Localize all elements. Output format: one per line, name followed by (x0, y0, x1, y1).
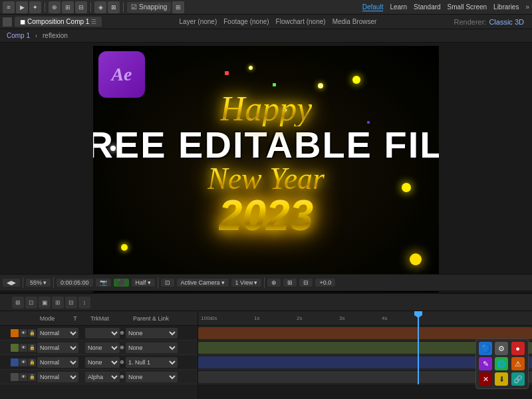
layer-2-parent-select[interactable]: None (126, 342, 178, 353)
zoom-level[interactable]: 55% ▾ (26, 279, 51, 287)
layer-3-mode-select[interactable]: Normal (37, 357, 78, 368)
workspace-tab-default[interactable]: Default (362, 3, 384, 11)
grid-btn[interactable]: ⊟ (299, 279, 313, 287)
offset-display: +0.0 (315, 279, 335, 287)
menu-icon-4[interactable]: ⊕ (49, 1, 61, 13)
media-browser-label[interactable]: Media Browser (332, 18, 377, 25)
layer-2-color-swatch (11, 344, 19, 352)
layer-1-parent-select[interactable]: None (126, 328, 178, 338)
view-tab-comp1[interactable]: Comp 1 (4, 32, 33, 39)
workspace-tab-standard[interactable]: Standard (414, 3, 441, 11)
playback-controls[interactable]: ◀▶ (3, 279, 20, 287)
view-count-btn[interactable]: 1 View ▾ (231, 279, 262, 287)
layer-4-mode-select[interactable]: Normal (37, 372, 78, 382)
timecode-display[interactable]: 0:00:05:00 (57, 279, 93, 287)
frame-offset-btn[interactable]: ⊕ (267, 279, 281, 287)
layer-3-trkmat-select[interactable]: None (85, 357, 120, 368)
ae-logo: Ae (98, 51, 145, 98)
layer-2-trkmat-select[interactable]: None (85, 342, 120, 353)
fi-record-icon[interactable]: ● (511, 342, 525, 355)
fi-settings-icon[interactable]: ⚙ (495, 342, 508, 355)
layer-row-2[interactable]: 👁 🔒 Normal None ⊕ None (0, 340, 198, 355)
display-toggle[interactable]: ⊡ (161, 279, 174, 287)
confetti-2 (273, 83, 276, 86)
menu-icon-5[interactable]: ⊞ (62, 1, 74, 13)
offset-value: +0.0 (319, 279, 331, 286)
layer-none-label[interactable]: Layer (none) (180, 18, 217, 25)
flowchart-none-label[interactable]: Flowchart (none) (276, 18, 326, 25)
layer-header-mode[interactable]: Mode (24, 315, 70, 322)
sparkle-1 (318, 83, 323, 88)
layer-3-parent-link-icon: ⊕ (120, 359, 124, 365)
comp-tab-icon: ◼ (20, 18, 25, 25)
workspace-overflow[interactable]: » (525, 3, 529, 11)
layer-3-lock-icon[interactable]: 🔒 (28, 358, 36, 366)
layer-header-trkmat[interactable]: TrkMat (80, 315, 120, 322)
layer-count-btn[interactable]: ⊞ (283, 279, 297, 287)
layer-1-eye-icon[interactable]: 👁 (19, 329, 27, 337)
fi-close-icon[interactable]: ✕ (479, 372, 492, 386)
layer-4-trkmat-select[interactable]: Alpha (85, 372, 120, 382)
layer-row-3[interactable]: 👁 🔒 Normal None ⊕ 1. Null 1 (0, 355, 198, 370)
renderer-info: Renderer: Classic 3D (454, 18, 529, 26)
layer-row-1[interactable]: 👁 🔒 Normal ⊕ None (0, 326, 198, 340)
tl-icon-collapse[interactable]: ↕ (78, 297, 90, 309)
tl-icon-preview[interactable]: ⊟ (65, 297, 77, 309)
layer-header-parent[interactable]: Parent & Link (121, 315, 181, 322)
menu-icon-2[interactable]: ▶ (16, 1, 28, 13)
fi-link-icon[interactable]: 🔗 (511, 372, 525, 386)
layer-1-lock-icon[interactable]: 🔒 (28, 329, 36, 337)
tl-icon-draft[interactable]: ▣ (39, 297, 51, 309)
menu-icon-8[interactable]: ⊠ (108, 1, 120, 13)
layer-1-mode-select[interactable]: Normal (37, 328, 78, 338)
layer-3-parent-select[interactable]: 1. Null 1 (126, 357, 178, 368)
layer-panel: Mode T TrkMat Parent & Link 👁 🔒 Normal (0, 311, 198, 399)
workspace-tabs: Default Learn Standard Small Screen Libr… (362, 3, 529, 11)
workspace-tab-learn[interactable]: Learn (390, 3, 407, 11)
color-btn[interactable]: ⬛ (114, 279, 129, 287)
tab-composition-comp1[interactable]: ◼ Composition Comp 1 ☰ (15, 17, 102, 27)
workspace-tab-small-screen[interactable]: Small Screen (448, 3, 487, 11)
tl-icon-cache[interactable]: ⊞ (52, 297, 64, 309)
time-mark-0s: 0s (211, 315, 217, 321)
fi-pen-icon[interactable]: ✎ (479, 357, 492, 370)
layer-2-mode-select[interactable]: Normal (37, 342, 78, 353)
renderer-value[interactable]: Classic 3D (489, 18, 524, 26)
layer-4-eye-icon[interactable]: 👁 (19, 373, 27, 381)
snapping-button[interactable]: ☑ Snapping (127, 2, 171, 13)
camera-view-btn[interactable]: Active Camera ▾ (177, 279, 229, 287)
time-mark-100s: 100s (201, 315, 212, 321)
menu-icon-7[interactable]: ◈ (94, 1, 106, 13)
fi-globe-icon[interactable]: 🌐 (495, 357, 508, 370)
fi-warning-icon[interactable]: ⚠ (511, 357, 525, 370)
view-tab-chevron: › (35, 33, 37, 39)
layer-4-lock-icon[interactable]: 🔒 (28, 373, 36, 381)
layer-row-1-icons: 👁 🔒 (11, 329, 36, 337)
menu-icon-6[interactable]: ⊟ (75, 1, 87, 13)
layer-2-eye-icon[interactable]: 👁 (19, 344, 27, 352)
layer-header-t[interactable]: T (72, 315, 78, 322)
layer-4-parent-select[interactable]: None (126, 372, 178, 382)
comp-content: Happy FREE EDITABLE FILE New Year 2023 (93, 46, 439, 295)
footage-none-label[interactable]: Footage (none) (223, 18, 269, 25)
menu-icon-1[interactable]: ≡ (3, 1, 15, 13)
comp-tab-menu[interactable]: ☰ (91, 19, 96, 25)
menu-icon-9[interactable]: ⊞ (172, 1, 184, 13)
layer-3-eye-icon[interactable]: 👁 (19, 358, 27, 366)
resolution-btn[interactable]: Half ▾ (132, 279, 155, 287)
camera-icon-btn[interactable]: 📷 (96, 279, 111, 287)
view-tab-reflexion[interactable]: reflexion (40, 32, 70, 39)
layer-1-trkmat-select[interactable] (85, 328, 120, 338)
layer-2-lock-icon[interactable]: 🔒 (28, 344, 36, 352)
composition-view: Happy FREE EDITABLE FILE New Year 2023 A… (93, 46, 439, 295)
resolution-value: Half (136, 279, 146, 286)
tl-icon-anchor[interactable]: ⊠ (12, 297, 24, 309)
menu-icon-3[interactable]: ✦ (29, 1, 41, 13)
fi-bluetooth-icon[interactable]: 🔵 (479, 342, 492, 355)
workspace-tab-libraries[interactable]: Libraries (493, 3, 519, 11)
tl-icon-solo[interactable]: ⊡ (25, 297, 37, 309)
fi-download-icon[interactable]: ⬇ (495, 372, 508, 386)
layer-1-parent-link-icon: ⊕ (120, 330, 124, 336)
layer-row-4[interactable]: 👁 🔒 Normal Alpha ⊕ None (0, 370, 198, 384)
vb-sep-3 (158, 277, 158, 288)
